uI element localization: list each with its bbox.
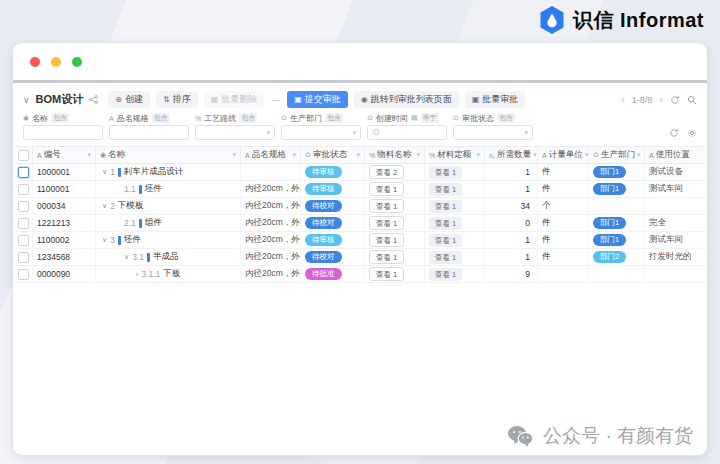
filter-process-route-select[interactable]: ▾ (195, 125, 275, 140)
cell-usage-location (645, 198, 705, 214)
view-quota-button[interactable]: 查看 1 (429, 200, 462, 213)
sort-button[interactable]: ⇅ 排序 (156, 91, 198, 108)
filter-operator[interactable]: 包含 (239, 113, 257, 122)
dept-badge: 部门1 (593, 217, 626, 229)
column-menu-icon[interactable]: ▾ (533, 151, 537, 159)
goto-approval-list-button[interactable]: ◉ 跳转到审批列表页面 (354, 91, 459, 108)
filter-operator[interactable]: 包含 (51, 113, 69, 122)
view-quota-button[interactable]: 查看 1 (429, 268, 462, 281)
column-menu-icon[interactable]: ▾ (87, 151, 91, 159)
tree-expand-icon[interactable]: ∨ (102, 202, 107, 210)
row-checkbox[interactable] (18, 235, 29, 246)
row-name: 组件 (145, 217, 162, 229)
chevron-down-icon: ▾ (352, 129, 356, 136)
cell-production-dept (589, 198, 645, 214)
view-materials-button[interactable]: 查看 1 (369, 233, 404, 247)
row-checkbox[interactable] (18, 252, 29, 263)
row-checkbox[interactable] (18, 167, 29, 178)
zoom-window-button[interactable] (72, 57, 82, 67)
column-menu-icon[interactable]: ▾ (585, 151, 589, 159)
batch-approval-button[interactable]: ▣ 批量审批 (465, 91, 526, 108)
filter-operator[interactable]: 包含 (325, 113, 343, 122)
row-checkbox[interactable] (18, 269, 29, 280)
filter-name-input[interactable] (23, 125, 103, 140)
status-badge: 待校对 (305, 217, 342, 229)
share-icon[interactable] (89, 95, 98, 104)
table-row[interactable]: 000034∨2下模板内径20cm，外径35cm，待校对查看 1查看 134个 (15, 198, 705, 215)
view-materials-button[interactable]: 查看 1 (369, 250, 404, 264)
header-checkbox-cell (15, 147, 33, 163)
column-menu-icon[interactable]: ▾ (356, 151, 360, 159)
tree-collapsed-icon[interactable]: › (136, 271, 138, 278)
view-materials-button[interactable]: 查看 1 (369, 182, 404, 196)
column-menu-icon[interactable]: ▾ (637, 151, 641, 159)
filter-create-time-date-input[interactable]: ⊙ (367, 125, 447, 140)
status-badge: 待校对 (305, 200, 342, 212)
view-quota-button[interactable]: 查看 1 (429, 183, 462, 196)
cell-checkbox (15, 181, 33, 197)
tree-expand-icon[interactable]: ∨ (124, 253, 129, 261)
row-checkbox[interactable] (18, 184, 29, 195)
row-qty: 1 (525, 252, 530, 262)
status-badge: 待审核 (305, 166, 342, 178)
view-quota-button[interactable]: 查看 1 (429, 166, 462, 179)
gear-icon[interactable] (687, 128, 697, 138)
view-materials-button[interactable]: 查看 1 (369, 267, 404, 281)
row-unit: 件 (542, 183, 551, 195)
search-icon[interactable] (687, 95, 697, 105)
filter-approval-status-select[interactable]: ▾ (453, 125, 533, 140)
row-unit: 件 (542, 166, 551, 178)
clock-icon: ⊙ (372, 128, 380, 137)
column-menu-icon[interactable]: ▾ (292, 151, 296, 159)
table-row[interactable]: 1234568∨3.1半成品内径20cm，外径35cm，待校对查看 1查看 11… (15, 249, 705, 266)
view-quota-button[interactable]: 查看 1 (429, 217, 462, 230)
filter-operator[interactable]: 包含 (497, 113, 515, 122)
view-collapse-icon[interactable]: ∨ (23, 95, 30, 105)
view-quota-button[interactable]: 查看 1 (429, 251, 462, 264)
submit-approval-button[interactable]: ▣ 提交审批 (287, 91, 348, 108)
select-all-checkbox[interactable] (18, 150, 29, 161)
column-menu-icon[interactable]: ▾ (416, 151, 420, 159)
cell-material-quota: 查看 1 (425, 164, 485, 180)
filter-spec: A 品名规格 包含 (109, 113, 189, 140)
filter-spec-input[interactable] (109, 125, 189, 140)
refresh-filters-icon[interactable] (669, 128, 679, 138)
cell-id: 0000090 (33, 266, 96, 282)
number-field-icon: x₁ (489, 152, 495, 159)
refresh-icon[interactable] (670, 95, 680, 105)
row-qty: 1 (525, 167, 530, 177)
next-page-icon[interactable]: › (659, 94, 663, 105)
filter-production-dept-select[interactable]: ▾ (281, 125, 361, 140)
table-row[interactable]: 12212132.1组件内径20cm，外径35cm，待校对查看 1查看 10件部… (15, 215, 705, 232)
column-menu-icon[interactable]: ▾ (476, 151, 480, 159)
column-menu-icon[interactable]: ▾ (232, 151, 236, 159)
view-materials-button[interactable]: 查看 1 (369, 199, 404, 213)
row-checkbox[interactable] (18, 201, 29, 212)
row-name: 半成品 (153, 251, 179, 263)
create-button[interactable]: ⊕ 创建 (108, 91, 150, 108)
table-row[interactable]: 11000011.1坯件内径20cm，外径35cm，待审核查看 1查看 11件部… (15, 181, 705, 198)
row-checkbox[interactable] (18, 218, 29, 229)
table-row[interactable]: 1100002∨3坯件内径20cm，外径35cm，待审核查看 1查看 11件部门… (15, 232, 705, 249)
informat-hexagon-icon (539, 6, 565, 34)
tree-expand-icon[interactable]: ∨ (102, 168, 107, 176)
row-name: 坯件 (145, 183, 162, 195)
prev-page-icon[interactable]: ‹ (621, 94, 625, 105)
table-row[interactable]: 0000090›3.1.1下板内径20cm，外径35cm，待批准查看 1查看 1… (15, 266, 705, 283)
view-quota-button[interactable]: 查看 1 (429, 234, 462, 247)
header-production-dept: ⊙ 生产部门 ▾ (589, 147, 645, 163)
field-type-icon: % (195, 115, 201, 122)
table-row[interactable]: 1000001∨1刹车片成品设计待审核查看 2查看 11件部门1测试设备 (15, 164, 705, 181)
filter-operator[interactable]: 等于 (421, 113, 439, 122)
tree-expand-icon[interactable]: ∨ (102, 236, 107, 244)
close-window-button[interactable] (30, 57, 40, 67)
minimize-window-button[interactable] (51, 57, 61, 67)
view-materials-button[interactable]: 查看 2 (369, 165, 404, 179)
view-materials-button[interactable]: 查看 1 (369, 216, 404, 230)
cell-name: ∨3坯件 (96, 232, 241, 248)
cell-checkbox (15, 232, 33, 248)
cell-usage-location (645, 266, 705, 282)
cell-production-dept: 部门1 (589, 181, 645, 197)
filter-operator[interactable]: 包含 (152, 113, 170, 122)
cell-unit: 件 (538, 164, 589, 180)
